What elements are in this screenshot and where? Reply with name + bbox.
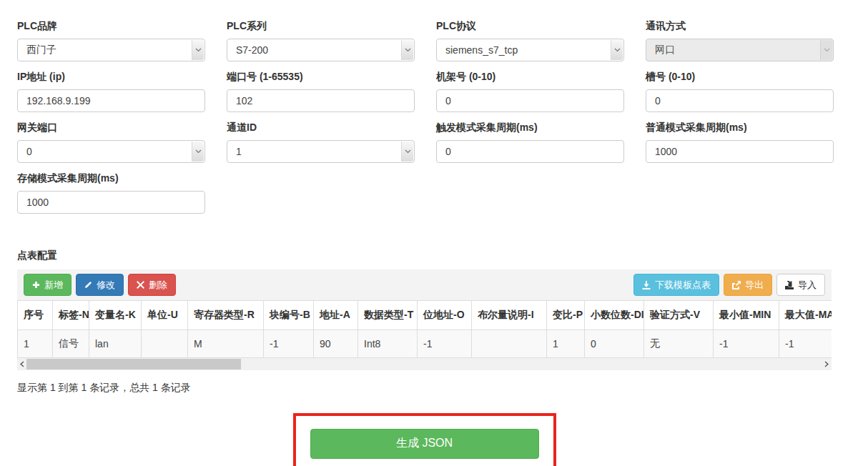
plc-config-form: PLC品牌 西门子 PLC系列 S7-200 PLC协议 siemens_s7_… bbox=[17, 20, 832, 223]
form-field-trigger-period: 触发模式采集周期(ms) bbox=[436, 122, 624, 163]
table-row[interactable]: 1 信号 lan M -1 90 Int8 -1 1 0 无 -1 -1 bbox=[18, 330, 832, 358]
table-header-row: 序号 标签-N 变量名-K 单位-U 寄存器类型-R 块编号-B 地址-A 数据… bbox=[18, 301, 832, 330]
plc-protocol-select[interactable]: siemens_s7_tcp bbox=[436, 39, 624, 61]
field-label: 通道ID bbox=[227, 122, 415, 134]
column-header: 标签-N bbox=[53, 301, 89, 330]
plc-series-select[interactable]: S7-200 bbox=[227, 39, 415, 61]
column-header: 位地址-O bbox=[418, 301, 472, 330]
delete-button[interactable]: 删除 bbox=[128, 274, 176, 296]
form-field-channel-id: 通道ID 1 bbox=[227, 122, 415, 163]
cell-bool-desc bbox=[472, 330, 547, 358]
rack-number-input[interactable] bbox=[436, 89, 624, 112]
column-header: 数据类型-T bbox=[358, 301, 418, 330]
normal-period-input[interactable] bbox=[646, 140, 834, 163]
cell-min: -1 bbox=[714, 330, 779, 358]
toolbar-right-group: 下载模板点表 导出 导入 bbox=[633, 274, 825, 296]
column-header: 单位-U bbox=[142, 301, 188, 330]
port-input[interactable] bbox=[227, 89, 415, 112]
chevron-left-icon[interactable] bbox=[17, 361, 27, 367]
form-field-port: 端口号 (1-65535) bbox=[227, 71, 415, 112]
cell-max: -1 bbox=[779, 330, 832, 358]
pencil-icon bbox=[84, 281, 92, 289]
download-template-button[interactable]: 下载模板点表 bbox=[633, 274, 719, 296]
field-label: 存储模式采集周期(ms) bbox=[17, 172, 205, 185]
column-header: 最小值-MIN bbox=[714, 301, 779, 330]
chevron-down-icon bbox=[401, 142, 413, 162]
point-table-title: 点表配置 bbox=[17, 249, 832, 262]
download-icon bbox=[642, 281, 651, 289]
field-label: 机架号 (0-10) bbox=[436, 71, 624, 84]
cross-icon bbox=[137, 281, 144, 289]
column-header: 变比-P bbox=[547, 301, 585, 330]
column-header: 寄存器类型-R bbox=[188, 301, 264, 330]
chevron-down-icon bbox=[611, 40, 623, 60]
ip-address-input[interactable] bbox=[17, 89, 205, 112]
field-label: PLC协议 bbox=[436, 20, 624, 33]
field-label: 网关端口 bbox=[17, 122, 205, 134]
form-field-gateway-port: 网关端口 0 bbox=[17, 122, 205, 163]
import-icon bbox=[785, 281, 794, 289]
form-field-slot: 槽号 (0-10) bbox=[646, 71, 834, 112]
export-icon bbox=[732, 281, 741, 289]
horizontal-scrollbar[interactable] bbox=[17, 358, 832, 370]
column-header: 最大值-MAX bbox=[779, 301, 832, 330]
add-button[interactable]: 新增 bbox=[24, 274, 71, 296]
chevron-down-icon bbox=[192, 40, 204, 60]
channel-id-select[interactable]: 1 bbox=[227, 140, 415, 163]
field-label: 普通模式采集周期(ms) bbox=[646, 122, 834, 134]
record-summary: 显示第 1 到第 1 条记录，总共 1 条记录 bbox=[17, 382, 832, 395]
select-value: 1 bbox=[236, 146, 242, 157]
column-header: 序号 bbox=[18, 301, 53, 330]
cell-decimals: 0 bbox=[585, 330, 644, 358]
scrollbar-thumb[interactable] bbox=[26, 359, 241, 370]
form-field-comm-mode: 通讯方式 网口 bbox=[646, 20, 834, 61]
select-value: 西门子 bbox=[26, 44, 56, 56]
plc-brand-select[interactable]: 西门子 bbox=[17, 39, 205, 61]
gateway-port-select[interactable]: 0 bbox=[17, 140, 205, 163]
column-header: 地址-A bbox=[314, 301, 358, 330]
export-button[interactable]: 导出 bbox=[724, 274, 772, 296]
chevron-down-icon bbox=[192, 142, 204, 162]
form-field-plc-brand: PLC品牌 西门子 bbox=[17, 20, 205, 61]
cell-block-no: -1 bbox=[264, 330, 314, 358]
chevron-down-icon bbox=[401, 40, 413, 60]
import-button[interactable]: 导入 bbox=[776, 274, 825, 296]
column-header: 变量名-K bbox=[89, 301, 142, 330]
edit-button[interactable]: 修改 bbox=[76, 274, 124, 296]
select-value: 网口 bbox=[655, 44, 675, 56]
column-header: 验证方式-V bbox=[644, 301, 714, 330]
form-field-rack: 机架号 (0-10) bbox=[436, 71, 624, 112]
toolbar-left-group: 新增 修改 删除 bbox=[24, 274, 176, 296]
field-label: PLC系列 bbox=[227, 20, 415, 33]
point-table-container: 序号 标签-N 变量名-K 单位-U 寄存器类型-R 块编号-B 地址-A 数据… bbox=[17, 300, 832, 358]
select-value: 0 bbox=[26, 146, 32, 157]
point-table-toolbar: 新增 修改 删除 下载模板点表 导出 导入 bbox=[17, 269, 832, 300]
cell-unit bbox=[142, 330, 188, 358]
cell-ratio: 1 bbox=[547, 330, 585, 358]
form-field-plc-series: PLC系列 S7-200 bbox=[227, 20, 415, 61]
cell-var-name: lan bbox=[89, 330, 142, 358]
form-field-storage-period: 存储模式采集周期(ms) bbox=[17, 172, 205, 214]
cell-data-type: Int8 bbox=[358, 330, 418, 358]
cell-register-type: M bbox=[188, 330, 264, 358]
field-label: 端口号 (1-65535) bbox=[227, 71, 415, 84]
annotation-highlight-box: 生成 JSON bbox=[293, 413, 556, 466]
field-label: 触发模式采集周期(ms) bbox=[436, 122, 624, 134]
slot-number-input[interactable] bbox=[646, 89, 834, 112]
field-label: 通讯方式 bbox=[646, 20, 834, 33]
field-label: 槽号 (0-10) bbox=[646, 71, 834, 84]
column-header: 块编号-B bbox=[264, 301, 314, 330]
column-header: 布尔量说明-I bbox=[472, 301, 547, 330]
plus-icon bbox=[32, 281, 40, 289]
point-table: 序号 标签-N 变量名-K 单位-U 寄存器类型-R 块编号-B 地址-A 数据… bbox=[17, 300, 832, 358]
comm-mode-select: 网口 bbox=[646, 39, 834, 61]
select-value: S7-200 bbox=[236, 44, 268, 56]
chevron-right-icon[interactable] bbox=[822, 361, 832, 367]
trigger-period-input[interactable] bbox=[436, 140, 624, 163]
cell-address: 90 bbox=[314, 330, 358, 358]
generate-json-button[interactable]: 生成 JSON bbox=[310, 429, 539, 459]
form-field-normal-period: 普通模式采集周期(ms) bbox=[646, 122, 834, 163]
chevron-down-icon bbox=[820, 40, 832, 60]
storage-period-input[interactable] bbox=[17, 191, 205, 214]
form-field-ip: IP地址 (ip) bbox=[17, 71, 205, 112]
